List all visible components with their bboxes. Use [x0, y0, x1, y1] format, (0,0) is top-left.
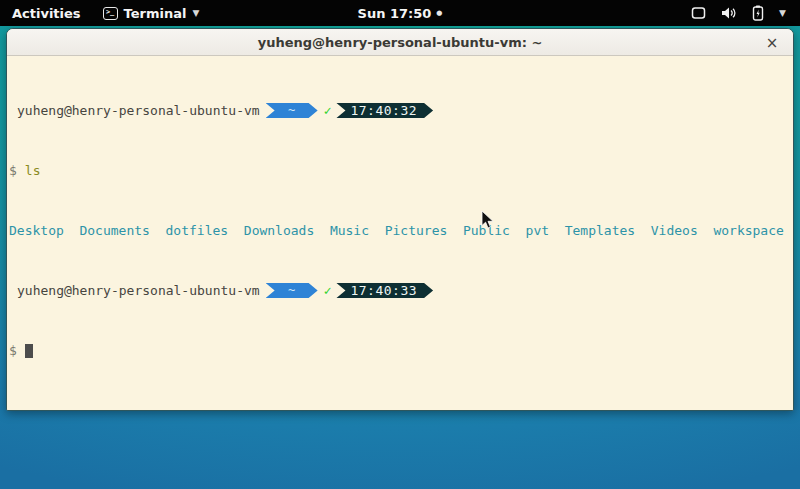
prompt-path-segment: ~ — [266, 103, 318, 118]
prompt-status-check-icon: ✓ — [324, 283, 332, 298]
notification-dot-icon: ● — [436, 9, 442, 17]
window-title: yuheng@henry-personal-ubuntu-vm: ~ — [258, 35, 543, 50]
prompt-line-2: yuheng@henry-personal-ubuntu-vm ~ ✓ 17:4… — [9, 283, 791, 298]
prompt-symbol: $ — [9, 343, 17, 358]
chevron-down-icon: ▼ — [779, 8, 786, 18]
mouse-pointer-icon — [481, 210, 494, 233]
typed-command: ls — [25, 163, 41, 178]
prompt-path-segment: ~ — [266, 283, 318, 298]
terminal-icon: >_ — [103, 7, 118, 20]
app-menu-terminal[interactable]: >_ Terminal ▼ — [93, 0, 210, 26]
prompt-status-check-icon: ✓ — [324, 103, 332, 118]
chevron-down-icon: ▼ — [192, 8, 199, 18]
battery-charging-icon — [752, 5, 764, 21]
top-bar: Activities >_ Terminal ▼ Sun 17:50 ● — [0, 0, 800, 26]
clock[interactable]: Sun 17:50 — [358, 6, 432, 21]
prompt-time-segment: 17:40:33 — [336, 283, 433, 298]
terminal-window: yuheng@henry-personal-ubuntu-vm: ~ × yuh… — [6, 28, 794, 411]
window-titlebar[interactable]: yuheng@henry-personal-ubuntu-vm: ~ × — [7, 29, 793, 56]
prompt-time-segment: 17:40:32 — [336, 103, 433, 118]
volume-icon — [721, 6, 737, 20]
prompt-line-1: yuheng@henry-personal-ubuntu-vm ~ ✓ 17:4… — [9, 103, 791, 118]
text-cursor — [25, 344, 33, 358]
system-status-area[interactable]: ▼ — [677, 0, 800, 26]
prompt-symbol: $ — [9, 163, 17, 178]
activities-button[interactable]: Activities — [0, 0, 93, 26]
terminal-output[interactable]: yuheng@henry-personal-ubuntu-vm ~ ✓ 17:4… — [7, 56, 793, 411]
prompt-user-host: yuheng@henry-personal-ubuntu-vm — [9, 283, 260, 298]
ls-output-directories: Desktop Documents dotfiles Downloads Mus… — [9, 223, 791, 238]
screen-icon — [691, 6, 706, 20]
input-line[interactable]: $ — [9, 343, 791, 358]
close-icon[interactable]: × — [761, 29, 783, 56]
prompt-user-host: yuheng@henry-personal-ubuntu-vm — [9, 103, 260, 118]
command-line: $ ls — [9, 163, 791, 178]
app-menu-label: Terminal — [124, 6, 187, 21]
